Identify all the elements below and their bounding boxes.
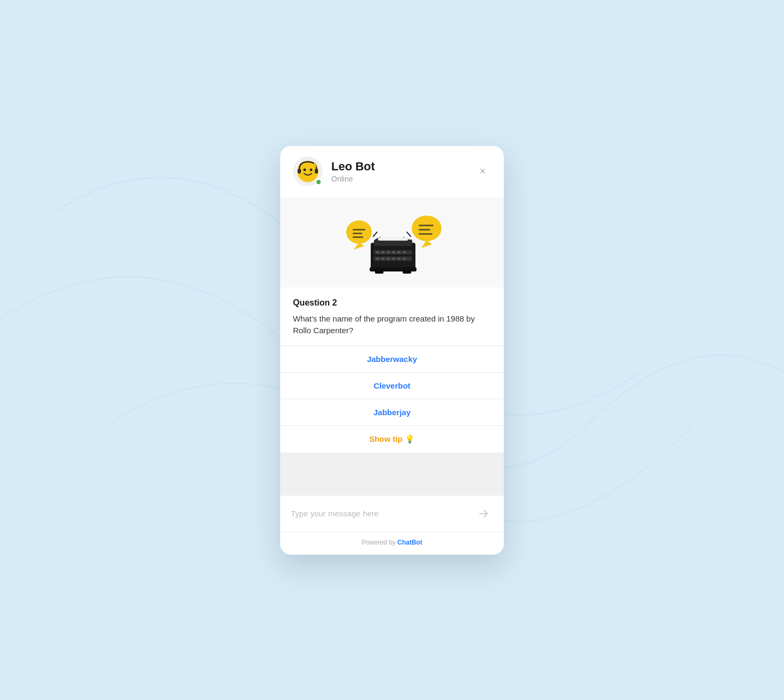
svg-rect-21 xyxy=(378,237,408,241)
bot-status: Online xyxy=(331,175,466,183)
svg-rect-33 xyxy=(392,258,395,260)
svg-rect-14 xyxy=(419,233,432,235)
bot-name: Leo Bot xyxy=(331,160,466,174)
svg-rect-25 xyxy=(387,251,390,253)
chat-input-area xyxy=(280,495,504,532)
svg-rect-26 xyxy=(392,251,395,253)
chat-header: Leo Bot Online × xyxy=(280,146,504,197)
svg-rect-23 xyxy=(376,251,379,253)
svg-marker-6 xyxy=(354,243,364,250)
svg-rect-31 xyxy=(381,258,385,260)
svg-marker-11 xyxy=(421,240,432,248)
footer-brand-link[interactable]: ChatBot xyxy=(397,539,422,546)
bot-message-card: Question 2 What's the name of the progra… xyxy=(280,197,504,452)
svg-point-10 xyxy=(412,216,442,241)
option-cleverbot[interactable]: Cleverbot xyxy=(280,373,504,399)
close-button[interactable]: × xyxy=(474,163,491,180)
card-content: Question 2 What's the name of the progra… xyxy=(280,287,504,345)
svg-rect-9 xyxy=(353,236,363,238)
svg-point-1 xyxy=(304,168,306,171)
question-text: What's the name of the program created i… xyxy=(293,313,491,337)
svg-rect-35 xyxy=(403,258,406,260)
svg-rect-4 xyxy=(315,169,318,174)
footer-prefix: Powered by xyxy=(362,539,397,546)
svg-line-17 xyxy=(407,232,411,236)
online-indicator xyxy=(315,179,322,185)
send-icon xyxy=(478,508,489,520)
chat-body: Question 2 What's the name of the progra… xyxy=(280,197,504,495)
svg-line-15 xyxy=(373,232,377,236)
option-jabberwacky[interactable]: Jabberwacky xyxy=(280,346,504,373)
svg-rect-3 xyxy=(298,169,301,174)
svg-rect-13 xyxy=(419,229,430,230)
svg-rect-38 xyxy=(403,270,411,274)
card-image-area xyxy=(280,197,504,287)
question-label: Question 2 xyxy=(293,298,491,308)
svg-rect-30 xyxy=(376,258,379,260)
message-input[interactable] xyxy=(291,509,468,518)
options-list: Jabberwacky Cleverbot Jabberjay Show tip… xyxy=(280,345,504,452)
svg-rect-7 xyxy=(353,229,365,230)
avatar-container xyxy=(293,157,323,186)
svg-rect-37 xyxy=(375,270,383,274)
svg-rect-34 xyxy=(397,258,401,260)
option-show-tip[interactable]: Show tip 💡 xyxy=(280,426,504,452)
option-jabberjay[interactable]: Jabberjay xyxy=(280,399,504,426)
svg-rect-8 xyxy=(353,233,362,234)
typewriter-illustration xyxy=(339,210,445,279)
svg-rect-24 xyxy=(381,251,385,253)
svg-rect-32 xyxy=(387,258,390,260)
svg-rect-27 xyxy=(397,251,401,253)
send-button[interactable] xyxy=(474,504,493,523)
svg-rect-12 xyxy=(419,225,434,226)
chat-window: Leo Bot Online × xyxy=(280,146,504,555)
svg-rect-28 xyxy=(403,251,406,253)
chat-footer: Powered by ChatBot xyxy=(280,532,504,555)
svg-point-2 xyxy=(310,168,313,171)
svg-point-5 xyxy=(346,220,372,244)
header-info: Leo Bot Online xyxy=(331,160,466,183)
